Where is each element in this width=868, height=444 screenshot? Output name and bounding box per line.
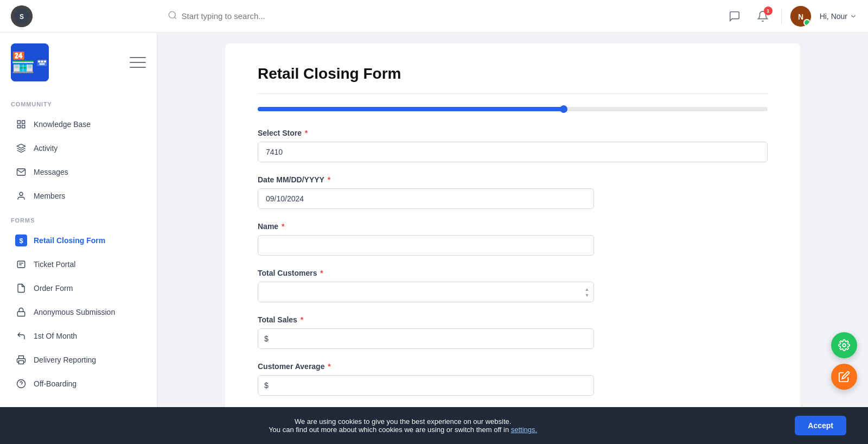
sidebar-item-messages[interactable]: Messages [4, 161, 152, 183]
float-gear-button[interactable] [831, 332, 857, 358]
logo-image: S [11, 5, 33, 27]
total-customers-group: Total Customers * ▲ ▼ [258, 269, 768, 302]
svg-rect-10 [40, 63, 45, 65]
main-area: THE UPS STORE COMMUNITY [0, 33, 868, 444]
sidebar-item-label: Order Form [34, 284, 73, 293]
anonymous-submission-icon [15, 306, 27, 318]
notification-button[interactable]: 1 [753, 7, 773, 26]
customer-average-input[interactable] [258, 375, 594, 396]
total-customers-label: Total Customers * [258, 269, 768, 277]
sidebar-item-off-boarding[interactable]: Off-Boarding [4, 372, 152, 395]
total-customers-input-wrap: ▲ ▼ [258, 282, 594, 302]
float-buttons [831, 332, 857, 390]
menu-icon[interactable] [130, 56, 146, 69]
search-icon [168, 10, 177, 22]
sidebar-item-label: Knowledge Base [34, 120, 91, 129]
svg-text:S: S [20, 13, 24, 21]
customer-average-label: Customer Average * [258, 362, 768, 371]
svg-rect-9 [44, 61, 46, 62]
search-input[interactable] [162, 7, 488, 25]
community-section-label: COMMUNITY [0, 92, 157, 112]
ticket-portal-icon [15, 258, 27, 270]
1st-of-month-icon [15, 330, 27, 342]
svg-text:N: N [798, 12, 803, 21]
cookie-banner: We are using cookies to give you the bes… [0, 407, 868, 444]
spin-up[interactable]: ▲ [583, 287, 591, 292]
sidebar-item-label: 1st Of Month [34, 332, 77, 340]
svg-point-25 [843, 344, 846, 347]
select-store-input[interactable] [258, 142, 768, 162]
select-store-label: Select Store * [258, 129, 768, 137]
off-boarding-icon [15, 378, 27, 390]
svg-point-17 [20, 192, 23, 195]
cookie-line2: You can find out more about which cookie… [22, 426, 784, 434]
cookie-accept-button[interactable]: Accept [795, 416, 846, 435]
svg-rect-14 [22, 120, 25, 123]
svg-rect-15 [17, 125, 20, 128]
messages-icon [15, 166, 27, 178]
spin-down[interactable]: ▼ [583, 293, 591, 298]
svg-text:THE UPS STORE: THE UPS STORE [37, 59, 47, 60]
svg-point-23 [17, 380, 25, 388]
search-area [162, 7, 488, 25]
sidebar-item-label: Messages [34, 168, 68, 176]
user-avatar[interactable]: N [790, 6, 811, 27]
top-bar: S 1 [0, 0, 868, 33]
activity-icon [15, 142, 27, 154]
select-store-group: Select Store * [258, 129, 768, 162]
svg-rect-16 [22, 125, 25, 128]
app-logo: S [11, 5, 33, 27]
customer-average-dollar-sign: $ [264, 381, 269, 390]
sidebar-item-order-form[interactable]: Order Form [4, 277, 152, 300]
knowledge-base-icon [15, 118, 27, 130]
name-input[interactable] [258, 235, 594, 256]
svg-rect-13 [17, 120, 20, 123]
order-form-icon [15, 282, 27, 294]
sidebar-item-1st-of-month[interactable]: 1st Of Month [4, 325, 152, 347]
logo-svg: S [14, 9, 29, 24]
sidebar-item-label: Activity [34, 144, 58, 153]
form-container: Retail Closing Form Select Store * [225, 43, 800, 430]
svg-rect-8 [41, 61, 43, 62]
sidebar-item-retail-closing-form[interactable]: $ Retail Closing Form [4, 229, 152, 252]
cookie-line1: We are using cookies to give you the bes… [22, 417, 784, 426]
delivery-reporting-icon [15, 354, 27, 366]
store-logo-svg: THE UPS STORE [35, 46, 49, 79]
sidebar: THE UPS STORE COMMUNITY [0, 33, 157, 444]
name-label: Name * [258, 222, 768, 231]
forms-section-label: FORMS [0, 208, 157, 228]
progress-bar-fill [258, 107, 564, 111]
notification-badge: 1 [764, 7, 773, 15]
float-edit-button[interactable] [831, 364, 857, 390]
customer-average-input-wrap: $ [258, 375, 594, 396]
sidebar-item-delivery-reporting[interactable]: Delivery Reporting [4, 348, 152, 371]
top-bar-actions: 1 N Hi, Nour [725, 6, 857, 27]
sidebar-item-label: Delivery Reporting [34, 356, 96, 364]
sidebar-item-ticket-portal[interactable]: Ticket Portal [4, 253, 152, 276]
divider [781, 8, 782, 24]
sidebar-item-activity[interactable]: Activity [4, 137, 152, 160]
sidebar-item-label: Off-Boarding [34, 379, 76, 388]
form-title: Retail Closing Form [258, 65, 768, 83]
date-input[interactable] [258, 188, 594, 209]
total-customers-input[interactable] [258, 282, 594, 302]
sidebar-item-label: Retail Closing Form [34, 236, 105, 245]
edit-icon [838, 371, 850, 383]
progress-bar-handle [560, 105, 567, 113]
sidebar-item-anonymous-submission[interactable]: Anonymous Submission [4, 301, 152, 324]
chat-button[interactable] [725, 7, 744, 26]
customer-average-group: Customer Average * $ [258, 362, 768, 396]
total-sales-group: Total Sales * $ [258, 315, 768, 349]
user-greeting[interactable]: Hi, Nour [820, 12, 857, 21]
total-sales-input-wrap: $ [258, 328, 594, 349]
svg-rect-21 [17, 312, 25, 316]
sidebar-item-label: Ticket Portal [34, 260, 75, 269]
svg-rect-18 [17, 261, 25, 268]
sidebar-item-knowledge-base[interactable]: Knowledge Base [4, 113, 152, 136]
chevron-down-icon [850, 12, 857, 20]
svg-point-2 [169, 11, 175, 18]
cookie-settings-link[interactable]: settings. [511, 426, 537, 434]
progress-bar [258, 107, 768, 111]
total-sales-input[interactable] [258, 328, 594, 349]
sidebar-item-members[interactable]: Members [4, 185, 152, 207]
